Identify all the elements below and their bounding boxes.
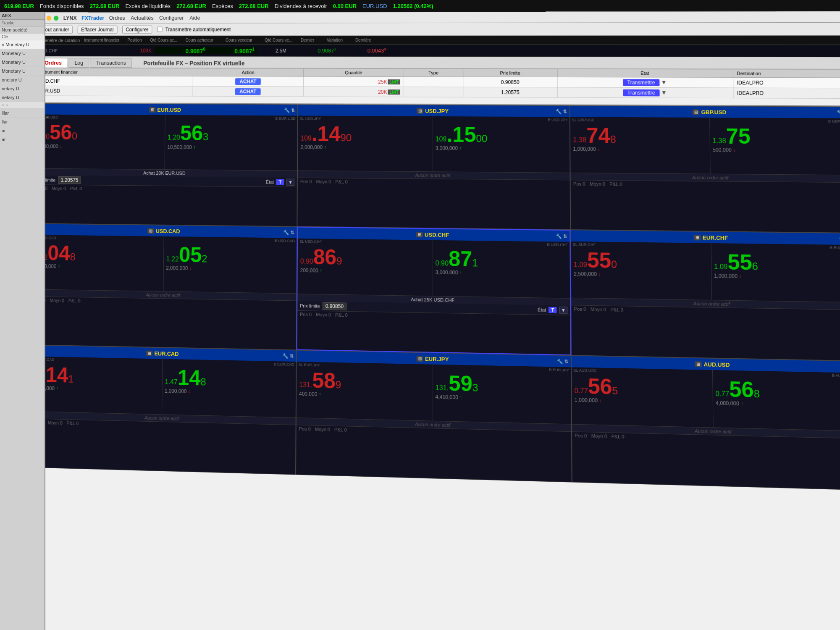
sell-side-eurusd[interactable]: SL EUR.USD 1.20 56 0 2,000,000 ↓ (34, 114, 165, 169)
sell-side-eurjpy[interactable]: SL EUR.JPY 131. 58 9 400,000 ↑ (297, 362, 433, 421)
pair-label-eurjpy: EUR.JPY (425, 355, 449, 362)
buy-side-eurchf[interactable]: B EUR.CHF 1.09 55 6 1,000,000 ↓ (711, 243, 840, 302)
sidebar-monetary-1[interactable]: n Monetary U (0, 40, 45, 49)
configure-button[interactable]: Configurer (122, 25, 152, 34)
arrows-icon-usdcad[interactable]: ⇅ (290, 230, 294, 235)
pin-icon-eurusd[interactable]: ⊞ (149, 107, 156, 112)
sell-side-eurcad[interactable]: SL EUR.CAD 1.47 14 1 1,400,000 ↑ (30, 356, 163, 414)
limit-value-eurusd[interactable]: 1.20575 (58, 176, 81, 184)
order-qty-2: 20KLMT (303, 87, 404, 97)
sidebar-monetary-4[interactable]: Monetary U (0, 67, 45, 76)
fx-card-eurcad[interactable]: ⊞ EUR.CAD 🔧 ⇅ SL EUR.CAD 1.47 14 1 1,400… (29, 345, 296, 475)
pin-icon-gbpusd[interactable]: ⊞ (693, 109, 700, 115)
wrench-icon-eurcad[interactable]: 🔧 (283, 353, 289, 359)
fx-card-usdchf[interactable]: ⊞ USD.CHF 🔧 ⇅ SL USD.CHF 0.90 86 9 200,0… (297, 227, 571, 356)
wrench-icon-eurusd[interactable]: 🔧 (284, 108, 290, 113)
menu-configurer[interactable]: Configurer (159, 15, 184, 21)
wrench-icon-eurjpy[interactable]: 🔧 (557, 358, 563, 364)
pin-icon-eurcad[interactable]: ⊞ (146, 350, 153, 356)
sell-side-usdcad[interactable]: SL USD.CAD 1.22 04 8 2,000,000 ↑ (32, 235, 164, 291)
wrench-icon-gbpusd[interactable]: 🔧 (837, 110, 840, 115)
usdchf-quote-row[interactable]: USD.CHF 100K 0.90870 0.90871 2.5M 0.9087… (36, 45, 840, 57)
buy-side-eurcad[interactable]: B EUR.CAD 1.47 14 8 1,000,000 ↓ (162, 359, 296, 417)
achat-badge-2[interactable]: ACHAT (235, 88, 260, 95)
pin-icon-eurjpy[interactable]: ⊞ (417, 356, 423, 362)
fx-card-eurchf[interactable]: ⊞ EUR.CHF 🔧 ⇅ SL EUR.CHF 1.09 55 0 2,500… (570, 230, 840, 361)
buy-side-eurjpy[interactable]: B EUR.JPY 131. 59 3 4,410,000 ↑ (433, 365, 571, 424)
card-tools-usdjpy: 🔧 ⇅ (556, 108, 567, 114)
etat-arrow-1[interactable]: ▼ (661, 79, 667, 86)
transmettre-btn-1[interactable]: Transmettre (623, 79, 659, 86)
wrench-icon-usdjpy[interactable]: 🔧 (556, 108, 562, 114)
arrows-icon-usdchf[interactable]: ⇅ (563, 234, 567, 239)
order-qty-1: 25KLMT (303, 76, 404, 87)
buy-side-usdcad[interactable]: B USD.CAD 1.22 05 2 2,000,000 ↓ (163, 236, 297, 293)
transmettre-btn-2[interactable]: Transmettre (623, 89, 659, 97)
fx-card-eurjpy[interactable]: ⊞ EUR.JPY 🔧 ⇅ SL EUR.JPY 131. 58 9 400,0… (296, 350, 572, 483)
arrows-icon-eurusd[interactable]: ⇅ (291, 108, 295, 113)
sell-side-gbpusd[interactable]: SL GBP.USD 1.38 74 8 1,000,000 ↓ (570, 117, 710, 173)
fx-card-body-usdcad: SL USD.CAD 1.22 04 8 2,000,000 ↑ B USD.C… (32, 235, 297, 293)
fx-card-audusd[interactable]: ⊞ AUD.USD 🔧 ⇅ SL AUD.USD 0.77 56 5 1,000… (571, 355, 840, 490)
fx-card-gbpusd[interactable]: ⊞ GBP.USD 🔧 ⇅ SL GBP.USD 1.38 74 8 1,000… (570, 105, 840, 233)
maximize-button[interactable] (54, 16, 59, 21)
fx-card-usdjpy[interactable]: ⊞ USD.JPY 🔧 ⇅ SL USD.JPY 109 .14 90 2,00… (297, 104, 570, 230)
b-label-audusd: B AUD.USD (832, 373, 840, 378)
sidebar-monetary-7[interactable]: netary U (0, 93, 45, 102)
orders-section: Ordres Log Transactions Portefeuille FX … (35, 56, 840, 106)
sl-label-usdchf: SL USD.CHF (299, 239, 322, 244)
pin-icon-usdchf[interactable]: ⊞ (416, 231, 423, 237)
clear-log-button[interactable]: Effacer Journal (78, 25, 118, 34)
etat-arrow-2[interactable]: ▼ (661, 89, 667, 96)
pin-icon-usdcad[interactable]: ⊞ (147, 228, 154, 234)
achat-badge-1[interactable]: ACHAT (236, 78, 261, 85)
arrows-icon-eurcad[interactable]: ⇅ (290, 353, 294, 359)
sidebar-dollar-4[interactable]: ar (0, 135, 45, 144)
minimize-button[interactable] (47, 16, 52, 21)
wrench-icon-usdcad[interactable]: 🔧 (284, 230, 289, 235)
limit-value-usdchf[interactable]: 0.90850 (323, 302, 346, 310)
state-arrow-eurusd[interactable]: ▼ (286, 179, 294, 186)
card-tools-gbpusd: 🔧 ⇅ (837, 110, 840, 116)
state-btn-eurusd[interactable]: T (276, 179, 284, 185)
pin-icon-usdjpy[interactable]: ⊞ (417, 108, 423, 113)
menu-ordres[interactable]: Ordres (109, 15, 125, 21)
sidebar-monetary-5[interactable]: onetary U (0, 76, 45, 84)
sidebar-dollar-3[interactable]: ar (0, 126, 45, 135)
buy-side-usdjpy[interactable]: B USD.JPY 109 .15 00 3,000,000 ↑ (433, 116, 570, 173)
fx-card-header-usdjpy: ⊞ USD.JPY 🔧 ⇅ (298, 105, 570, 117)
sell-price-gbpusd: 1.38 74 8 (573, 125, 707, 147)
state-btn-usdchf[interactable]: T (549, 307, 556, 313)
sell-volume-gbpusd: 1,000,000 ↓ (573, 146, 707, 153)
pin-icon-eurchf[interactable]: ⊞ (694, 234, 701, 240)
sidebar-dollar-1[interactable]: lllar (0, 109, 45, 118)
buy-side-gbpusd[interactable]: B GBP.USD 1.38 75 500,000 ↓ (710, 118, 840, 175)
tracker-label: Tracke (0, 20, 45, 26)
sidebar-monetary-3[interactable]: Monetary U (0, 58, 45, 67)
arrows-icon-usdjpy[interactable]: ⇅ (563, 109, 567, 114)
sidebar-dollar-2[interactable]: llar (0, 118, 45, 126)
sell-side-eurchf[interactable]: SL EUR.CHF 1.09 55 0 2,500,000 ↓ (571, 242, 711, 300)
menu-aide[interactable]: Aide (189, 15, 200, 21)
sidebar-monetary-6[interactable]: netary U (0, 84, 45, 93)
state-arrow-usdchf[interactable]: ▼ (559, 307, 567, 314)
arrows-icon-eurjpy[interactable]: ⇅ (564, 359, 568, 365)
buy-side-audusd[interactable]: B AUD.USD 0.77 56 8 4,000,000 ↑ (713, 370, 840, 431)
wrench-icon-usdchf[interactable]: 🔧 (556, 233, 562, 239)
tab-log[interactable]: Log (68, 58, 89, 68)
sell-side-usdjpy[interactable]: SL USD.JPY 109 .14 90 2,000,000 ↑ (298, 116, 433, 171)
auto-transmit-checkbox[interactable] (157, 27, 162, 32)
buy-price-usdcad: 1.22 05 2 (166, 244, 294, 267)
pin-icon-audusd[interactable]: ⊞ (695, 361, 702, 367)
sell-side-audusd[interactable]: SL AUD.USD 0.77 56 5 1,000,000 ↓ (572, 367, 713, 427)
buy-side-eurusd[interactable]: B EUR.USD 1.20 56 3 10,500,000 ↑ (165, 115, 297, 171)
menu-actualites[interactable]: Actualités (131, 15, 153, 21)
sidebar-monetary-2[interactable]: Monetary U (0, 49, 45, 58)
fx-card-usdcad[interactable]: ⊞ USD.CAD 🔧 ⇅ SL USD.CAD 1.22 04 8 2,000… (31, 223, 297, 350)
tab-transactions[interactable]: Transactions (90, 58, 132, 68)
order-dest-1: IDEALPRO (733, 77, 840, 88)
sell-side-usdchf[interactable]: SL USD.CHF 0.90 86 9 200,000 ↑ (297, 239, 433, 296)
fx-card-eurusd[interactable]: ⊞ EUR.USD 🔧 ⇅ SL EUR.USD 1.20 56 0 2,000… (33, 103, 298, 227)
buy-side-usdchf[interactable]: B USD.CHF 0.90 87 1 3,000,000 ↑ (433, 240, 570, 298)
buy-volume-usdjpy: 3,000,000 ↑ (436, 145, 567, 152)
